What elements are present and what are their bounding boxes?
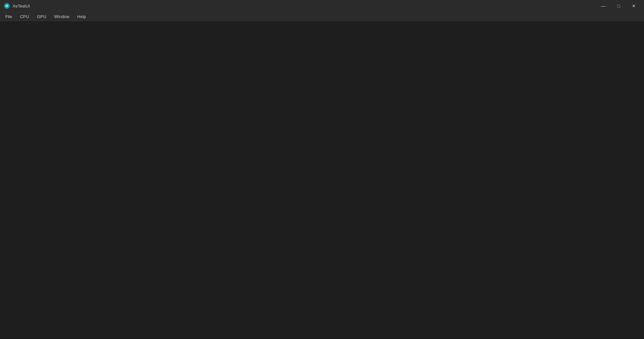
minimize-button[interactable]: — (596, 0, 611, 12)
menu-item-file[interactable]: File (1, 13, 16, 20)
maximize-button[interactable]: □ (611, 0, 626, 12)
app-title: XeTestUI (12, 4, 30, 9)
menu-item-window[interactable]: Window (50, 13, 73, 20)
svg-point-2 (6, 5, 8, 7)
close-button[interactable]: ✕ (626, 0, 641, 12)
title-bar: XeTestUI — □ ✕ (0, 0, 644, 12)
menu-item-gpu[interactable]: GPU (33, 13, 50, 20)
app-icon (4, 3, 10, 9)
menu-item-cpu[interactable]: CPU (16, 13, 33, 20)
title-bar-left: XeTestUI (4, 3, 30, 9)
title-bar-controls: — □ ✕ (596, 0, 641, 12)
main-content (0, 22, 644, 339)
menu-bar: File CPU GPU Window Help (0, 12, 644, 22)
menu-item-help[interactable]: Help (73, 13, 90, 20)
